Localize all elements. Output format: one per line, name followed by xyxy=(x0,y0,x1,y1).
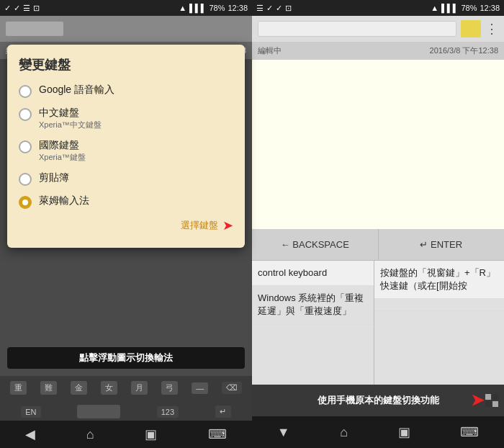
windows-repeat-cell[interactable]: Windows 系統裡的「重複延遲」與「重複速度」 xyxy=(252,286,374,324)
right-top-bar: ⋮ xyxy=(252,16,504,42)
battery-text: 78% xyxy=(209,4,225,12)
grid-cell-1 xyxy=(485,394,491,400)
right-annotation-arrow: ➤ xyxy=(471,391,484,410)
empty-cell xyxy=(374,299,504,311)
control-keyboard-cell[interactable]: control keyboard xyxy=(252,261,374,286)
choose-keyboard-btn[interactable]: 選擇鍵盤 ➤ xyxy=(19,218,233,233)
checkmark-icon-2: ✓ xyxy=(14,4,20,13)
keyboard-row-1: 重 難 金 女 月 弓 — ⌫ xyxy=(0,376,252,400)
right-nav-bar: ▼ ⌂ ▣ ⌨ xyxy=(252,416,504,448)
left-nav-bar: ◀ ⌂ ▣ ⌨ xyxy=(0,421,252,448)
choose-keyboard-label: 選擇鍵盤 xyxy=(181,219,218,232)
right-panel: ☰ ✓ ✓ ⊡ ▲ ▌▌▌ 78% 12:38 ⋮ 編輯中 2016/3/8 下… xyxy=(252,0,504,448)
dialog-item-lyme-text: 萊姆輸入法 xyxy=(39,194,89,207)
keyboard-change-dialog[interactable]: 變更鍵盤 Google 語音輸入 中文鍵盤 Xperia™中文鍵盤 國際鍵盤 X… xyxy=(7,45,245,248)
left-status-right: ▲ ▌▌▌ 78% 12:38 xyxy=(179,4,248,12)
kb-key-6[interactable]: 弓 xyxy=(161,381,178,395)
keyboard-top-row: ← BACKSPACE ↵ ENTER xyxy=(252,229,504,261)
dialog-item-clipboard-text: 剪貼簿 xyxy=(39,171,69,184)
right-nav-recents-icon[interactable]: ▣ xyxy=(398,424,410,440)
radio-lyme[interactable] xyxy=(19,196,32,209)
dialog-item-lyme-label: 萊姆輸入法 xyxy=(39,194,89,207)
kb-key-1[interactable]: 重 xyxy=(10,381,27,395)
right-check-1: ✓ xyxy=(266,4,273,13)
kb-key-123[interactable]: 123 xyxy=(157,406,179,418)
dialog-item-intl-label: 國際鍵盤 xyxy=(39,139,86,152)
checkmark-icon-1: ✓ xyxy=(4,4,11,13)
grid-cell-2 xyxy=(492,394,498,400)
backspace-key[interactable]: ← BACKSPACE xyxy=(252,229,379,260)
grid-cell-4 xyxy=(492,401,498,407)
right-check-2: ✓ xyxy=(276,4,282,13)
right-status-bar: ☰ ✓ ✓ ⊡ ▲ ▌▌▌ 78% 12:38 xyxy=(252,0,504,16)
dialog-item-lyme[interactable]: 萊姆輸入法 xyxy=(19,194,233,209)
radio-intl[interactable] xyxy=(19,140,32,153)
dialog-item-chinese[interactable]: 中文鍵盤 Xperia™中文鍵盤 xyxy=(19,107,233,130)
kb-key-space[interactable] xyxy=(77,405,120,418)
wifi-icon: ▲ xyxy=(179,4,186,12)
nav-back-icon[interactable]: ◀ xyxy=(25,426,35,442)
signal-icon: ▌▌▌ xyxy=(189,4,206,12)
radio-chinese[interactable] xyxy=(19,108,32,121)
right-annotation: 使用手機原本的鍵盤切換功能 ➤ xyxy=(252,385,504,416)
left-top-bar xyxy=(0,16,252,42)
keyboard-content: control keyboard Windows 系統裡的「重複延遲」與「重複速… xyxy=(252,261,504,385)
grid-cell-3 xyxy=(485,401,491,407)
dialog-item-chinese-label: 中文鍵盤 xyxy=(39,107,102,120)
dialog-item-google-label: Google 語音輸入 xyxy=(39,84,114,97)
nav-keyboard-icon[interactable]: ⌨ xyxy=(208,426,227,442)
left-panel: ✓ ✓ ☰ ⊡ ▲ ▌▌▌ 78% 12:38 編輯中 2016/3/8 下午1… xyxy=(0,0,252,448)
keyboard-left-col: control keyboard Windows 系統裡的「重複延遲」與「重複速… xyxy=(252,261,374,385)
grid-icon[interactable] xyxy=(485,394,498,407)
right-box-icon: ⊡ xyxy=(285,4,292,13)
nav-recents-icon[interactable]: ▣ xyxy=(145,426,157,442)
dialog-item-google[interactable]: Google 語音輸入 xyxy=(19,84,233,98)
menu-icon: ☰ xyxy=(23,4,30,13)
choose-arrow-icon: ➤ xyxy=(222,218,233,233)
right-wifi-icon: ▲ xyxy=(431,4,438,12)
right-time: 12:38 xyxy=(480,4,500,12)
kb-key-en[interactable]: EN xyxy=(21,406,40,418)
right-nav-home-icon[interactable]: ⌂ xyxy=(340,425,348,440)
dialog-item-clipboard[interactable]: 剪貼簿 xyxy=(19,171,233,186)
right-signal-icon: ▌▌▌ xyxy=(441,4,458,12)
radio-clipboard[interactable] xyxy=(19,173,32,186)
right-nav-keyboard-icon[interactable]: ⌨ xyxy=(460,424,479,440)
dialog-item-intl-text: 國際鍵盤 Xperia™鍵盤 xyxy=(39,139,86,163)
dialog-item-clipboard-label: 剪貼簿 xyxy=(39,171,69,184)
right-editing-label: 編輯中 xyxy=(258,45,282,56)
right-datetime: 2016/3/8 下午12:38 xyxy=(430,45,498,56)
right-subtitle-bar: 編輯中 2016/3/8 下午12:38 xyxy=(252,42,504,59)
right-battery-text: 78% xyxy=(461,4,477,12)
kb-key-3[interactable]: 金 xyxy=(71,381,87,395)
kb-key-2[interactable]: 難 xyxy=(40,381,57,395)
time-left: 12:38 xyxy=(228,4,248,12)
dialog-item-intl[interactable]: 國際鍵盤 Xperia™鍵盤 xyxy=(19,139,233,163)
left-status-icons: ✓ ✓ ☰ ⊡ xyxy=(4,4,40,13)
hotkey-cell[interactable]: 按鍵盤的「視窗鍵」+「R」快速鍵（或在[開始按 xyxy=(374,261,504,299)
kb-key-enter[interactable]: ↵ xyxy=(215,406,231,418)
radio-lyme-inner xyxy=(22,200,28,205)
radio-google[interactable] xyxy=(19,85,32,98)
box-icon: ⊡ xyxy=(33,4,40,13)
right-keyboard: ← BACKSPACE ↵ ENTER control keyboard Win… xyxy=(252,229,504,416)
kb-key-5[interactable]: 月 xyxy=(131,381,148,395)
menu-dots-icon[interactable]: ⋮ xyxy=(485,21,498,37)
kb-key-del[interactable]: ⌫ xyxy=(222,382,242,394)
kb-key-7[interactable]: — xyxy=(192,382,208,394)
left-annotation-text: 點擊浮動圖示切換輸法 xyxy=(79,352,173,363)
dialog-item-intl-sub: Xperia™鍵盤 xyxy=(39,152,86,163)
keyboard-right-col: 按鍵盤的「視窗鍵」+「R」快速鍵（或在[開始按 xyxy=(374,261,504,385)
kb-key-4[interactable]: 女 xyxy=(101,381,117,395)
dialog-item-google-text: Google 語音輸入 xyxy=(39,84,114,97)
right-menu-icon: ☰ xyxy=(256,4,264,13)
enter-key[interactable]: ↵ ENTER xyxy=(379,229,505,260)
dialog-item-chinese-sub: Xperia™中文鍵盤 xyxy=(39,120,102,130)
dialog-item-chinese-text: 中文鍵盤 Xperia™中文鍵盤 xyxy=(39,107,102,130)
right-nav-down-icon[interactable]: ▼ xyxy=(277,425,290,440)
nav-home-icon[interactable]: ⌂ xyxy=(86,427,94,442)
left-status-bar: ✓ ✓ ☰ ⊡ ▲ ▌▌▌ 78% 12:38 xyxy=(0,0,252,16)
note-area[interactable] xyxy=(252,59,504,229)
color-swatch[interactable] xyxy=(461,20,481,37)
left-annotation: 點擊浮動圖示切換輸法 xyxy=(7,347,245,369)
